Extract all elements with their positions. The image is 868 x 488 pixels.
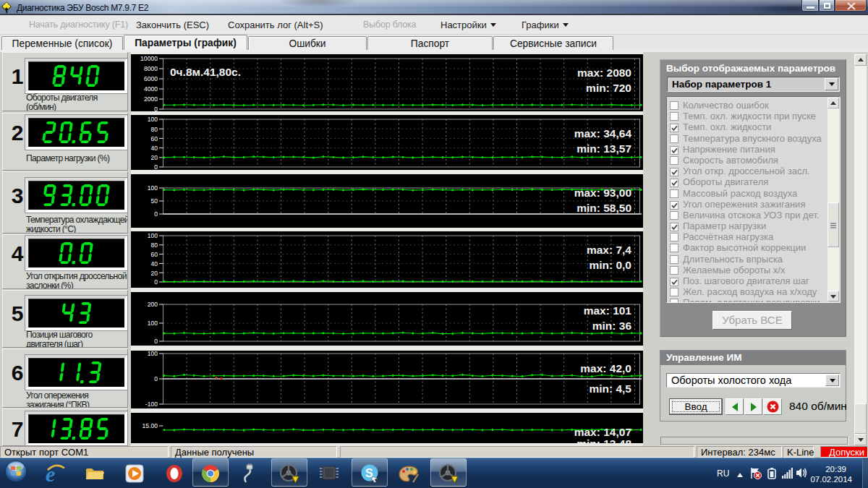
svg-text:min: 4,5: min: 4,5 [589, 382, 631, 395]
svg-text:100: 100 [148, 351, 158, 357]
svg-text:100: 100 [148, 184, 158, 192]
svg-text:max: 2080: max: 2080 [577, 67, 631, 79]
svg-text:2000: 2000 [144, 95, 158, 103]
svg-text:max: 93,00: max: 93,00 [574, 187, 631, 199]
svg-text:min: 13,57: min: 13,57 [576, 142, 631, 155]
svg-text:8000: 8000 [144, 65, 158, 72]
svg-text:200: 200 [148, 301, 158, 308]
svg-text:0: 0 [154, 106, 158, 111]
svg-text:min: 58,50: min: 58,50 [576, 202, 631, 214]
svg-text:4000: 4000 [144, 85, 158, 93]
svg-text:40: 40 [150, 145, 158, 152]
svg-text:80: 80 [150, 241, 158, 249]
svg-text:60: 60 [150, 251, 158, 258]
svg-text:10000: 10000 [140, 55, 158, 62]
svg-text:100: 100 [148, 232, 158, 239]
svg-text:0: 0 [154, 163, 158, 170]
svg-text:min: 0,0: min: 0,0 [589, 259, 631, 271]
svg-text:0: 0 [154, 375, 158, 382]
svg-text:6000: 6000 [144, 75, 158, 82]
svg-text:min: 13,48: min: 13,48 [576, 437, 631, 444]
svg-text:50: 50 [150, 197, 158, 205]
svg-text:0: 0 [154, 210, 158, 218]
svg-text:100: 100 [148, 116, 158, 123]
svg-text:0ч.8м.41,80с.: 0ч.8м.41,80с. [170, 66, 241, 78]
svg-text:min: 720: min: 720 [586, 82, 631, 94]
svg-text:max: 101: max: 101 [584, 304, 632, 317]
svg-text:max: 14,07: max: 14,07 [574, 426, 631, 438]
svg-text:-100: -100 [145, 401, 158, 408]
svg-text:60: 60 [150, 135, 158, 142]
svg-text:100: 100 [148, 320, 158, 327]
svg-text:40: 40 [150, 260, 158, 267]
svg-text:max: 34,64: max: 34,64 [574, 127, 632, 140]
svg-text:15.00: 15.00 [142, 422, 158, 429]
svg-text:max: 7,4: max: 7,4 [587, 244, 631, 256]
svg-text:80: 80 [150, 126, 158, 133]
svg-text:min: 36: min: 36 [592, 320, 632, 332]
svg-text:0: 0 [154, 278, 158, 286]
svg-text:max: 42,0: max: 42,0 [580, 362, 631, 374]
svg-text:0: 0 [154, 338, 158, 345]
svg-text:20: 20 [150, 154, 158, 161]
svg-text:20: 20 [150, 270, 158, 277]
